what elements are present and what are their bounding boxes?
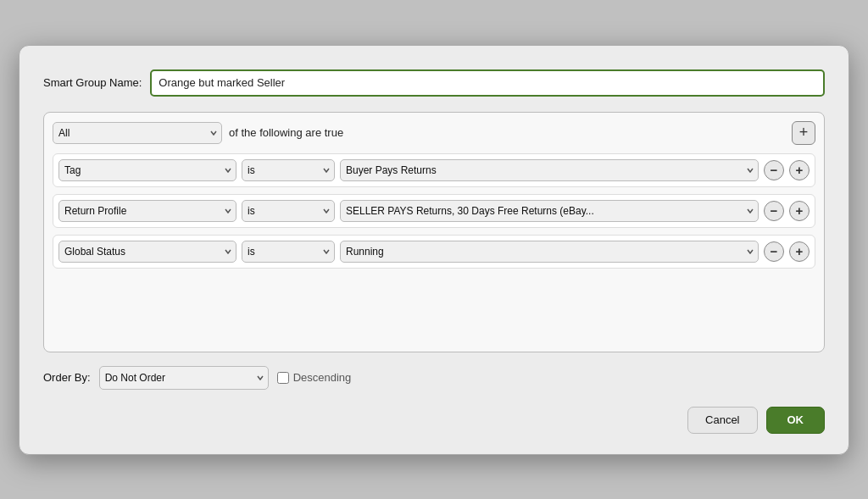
condition-operator-select-2[interactable]: is is not contains <box>242 200 335 222</box>
all-row: All Any None of the following are true + <box>53 121 815 145</box>
order-row: Order By: Do Not Order Title Price Desce… <box>43 366 825 390</box>
of-text: of the following are true <box>229 126 785 139</box>
condition-type-select-1[interactable]: Tag Return Profile Global Status <box>58 159 236 181</box>
empty-conditions-area <box>53 275 815 343</box>
footer-row: Cancel OK <box>43 407 825 434</box>
condition-operator-select-3[interactable]: is is not contains <box>242 241 335 263</box>
condition-value-select-1[interactable]: Buyer Pays Returns Seller Pays Returns F… <box>340 159 759 181</box>
name-row: Smart Group Name: <box>43 69 825 97</box>
order-label: Order By: <box>43 371 91 384</box>
descending-wrap: Descending <box>277 371 352 384</box>
condition-row-1: Tag Return Profile Global Status is is n… <box>53 153 815 187</box>
order-by-select[interactable]: Do Not Order Title Price <box>99 366 269 390</box>
add-condition-3-button[interactable]: + <box>789 241 810 262</box>
condition-value-select-2[interactable]: SELLER PAYS Returns, 30 Days Free Return… <box>340 200 759 222</box>
all-select[interactable]: All Any None <box>53 122 222 144</box>
add-condition-2-button[interactable]: + <box>789 201 810 221</box>
add-condition-1-button[interactable]: + <box>789 160 810 180</box>
condition-value-select-3[interactable]: Running Ended Scheduled Draft <box>340 241 759 263</box>
descending-checkbox[interactable] <box>277 372 289 384</box>
condition-row-2: Return Profile Tag Global Status is is n… <box>53 194 815 228</box>
conditions-box: All Any None of the following are true +… <box>43 112 825 352</box>
condition-operator-select-1[interactable]: is is not contains <box>242 159 335 181</box>
name-input[interactable] <box>150 69 825 97</box>
remove-condition-1-button[interactable]: − <box>764 160 784 180</box>
ok-button[interactable]: OK <box>766 407 826 434</box>
add-condition-button[interactable]: + <box>792 121 815 145</box>
condition-type-select-3[interactable]: Global Status Tag Return Profile <box>58 241 236 263</box>
smart-group-dialog: Smart Group Name: All Any None of the fo… <box>19 45 849 455</box>
cancel-button[interactable]: Cancel <box>687 407 757 434</box>
descending-label: Descending <box>293 371 352 384</box>
name-label: Smart Group Name: <box>43 76 142 89</box>
remove-condition-3-button[interactable]: − <box>764 241 784 262</box>
condition-type-select-2[interactable]: Return Profile Tag Global Status <box>58 200 236 222</box>
remove-condition-2-button[interactable]: − <box>764 201 784 221</box>
condition-row-3: Global Status Tag Return Profile is is n… <box>53 235 815 269</box>
